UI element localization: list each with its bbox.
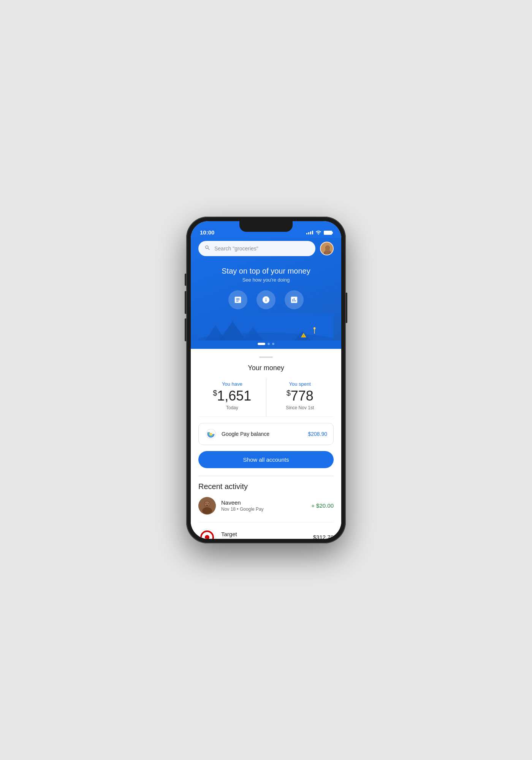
you-have-amount: $1,651 bbox=[203, 388, 261, 404]
status-time: 10:00 bbox=[200, 229, 214, 236]
target-avatar bbox=[198, 529, 216, 539]
naveen-avatar bbox=[198, 497, 216, 515]
activity-item[interactable]: Naveen Nov 18 • Google Pay + $20.00 bbox=[198, 497, 334, 521]
target-detail: Oct 29 bbox=[221, 538, 308, 539]
analytics-button[interactable] bbox=[285, 290, 304, 309]
naveen-amount: + $20.00 bbox=[311, 502, 334, 509]
activity-divider bbox=[198, 522, 334, 522]
target-name: Target bbox=[221, 531, 308, 537]
you-have-currency: $ bbox=[213, 389, 217, 397]
you-spent-label: You spent bbox=[271, 381, 329, 387]
wifi-icon bbox=[315, 230, 321, 236]
money-row: You have $1,651 Today You spent $778 Sin… bbox=[198, 378, 334, 417]
target-info: Target Oct 29 bbox=[221, 531, 308, 539]
svg-text:!: ! bbox=[303, 335, 304, 337]
you-have-label: You have bbox=[203, 381, 261, 387]
you-spent-col: You spent $778 Since Nov 1st bbox=[266, 378, 334, 416]
target-amount: $312.70 bbox=[313, 534, 334, 539]
notch bbox=[239, 221, 293, 232]
naveen-name: Naveen bbox=[221, 499, 306, 506]
recent-activity-title: Recent activity bbox=[198, 482, 334, 491]
dot-3 bbox=[272, 343, 274, 345]
header-blue: Search "groceries" bbox=[191, 238, 341, 340]
volume-silent-button bbox=[185, 274, 186, 286]
google-pay-logo bbox=[205, 428, 217, 440]
svg-point-20 bbox=[202, 507, 212, 514]
you-have-period: Today bbox=[203, 405, 261, 410]
search-bar[interactable]: Search "groceries" bbox=[198, 241, 315, 256]
balance-amount: $208.90 bbox=[308, 431, 327, 437]
hero-title: Stay on top of your money bbox=[198, 267, 334, 276]
search-row: Search "groceries" bbox=[198, 241, 334, 256]
dot-2 bbox=[268, 343, 270, 345]
power-button bbox=[346, 293, 347, 323]
battery-icon bbox=[324, 231, 332, 235]
you-spent-period: Since Nov 1st bbox=[271, 405, 329, 410]
volume-down-button bbox=[185, 318, 186, 341]
phone-screen: 10:00 bbox=[191, 221, 341, 539]
phone-frame: 10:00 bbox=[186, 217, 346, 543]
hero-section: Stay on top of your money See how you're… bbox=[198, 264, 334, 340]
transactions-button[interactable] bbox=[228, 290, 247, 309]
svg-point-9 bbox=[314, 327, 315, 329]
svg-point-17 bbox=[210, 433, 212, 435]
your-money-title: Your money bbox=[198, 364, 334, 372]
avatar[interactable] bbox=[320, 242, 334, 255]
drag-handle bbox=[259, 356, 273, 358]
carousel-dots bbox=[191, 340, 341, 349]
status-icons bbox=[306, 230, 332, 236]
svg-point-22 bbox=[206, 503, 206, 504]
naveen-info: Naveen Nov 18 • Google Pay bbox=[221, 499, 306, 512]
insights-hero-button[interactable] bbox=[256, 290, 276, 309]
you-spent-currency: $ bbox=[287, 389, 291, 397]
show-all-accounts-button[interactable]: Show all accounts bbox=[198, 451, 334, 468]
hero-subtitle: See how you're doing bbox=[198, 277, 334, 283]
activity-item[interactable]: Target Oct 29 $312.70 bbox=[198, 529, 334, 539]
content-area: Your money You have $1,651 Today You spe… bbox=[191, 349, 341, 539]
naveen-detail: Nov 18 • Google Pay bbox=[221, 507, 306, 512]
dot-1 bbox=[258, 343, 265, 345]
you-have-col: You have $1,651 Today bbox=[198, 378, 266, 416]
section-divider bbox=[198, 476, 334, 476]
svg-point-3 bbox=[326, 246, 329, 250]
signal-icon bbox=[306, 231, 313, 234]
svg-point-23 bbox=[208, 503, 209, 504]
volume-up-button bbox=[185, 291, 186, 314]
search-icon bbox=[204, 245, 211, 252]
you-spent-amount: $778 bbox=[271, 388, 329, 404]
balance-label: Google Pay balance bbox=[222, 431, 303, 437]
action-icons-row bbox=[198, 290, 334, 309]
search-placeholder: Search "groceries" bbox=[214, 245, 309, 252]
google-pay-balance-card[interactable]: Google Pay balance $208.90 bbox=[198, 423, 334, 445]
hero-illustration: ! bbox=[198, 314, 334, 340]
